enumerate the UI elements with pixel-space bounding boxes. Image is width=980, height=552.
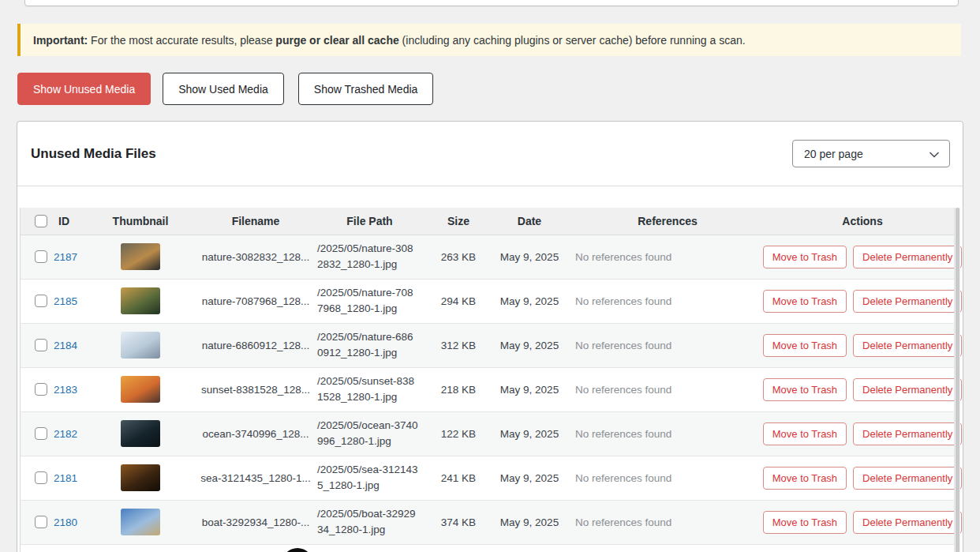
select-all-checkbox[interactable] [35,215,47,227]
size-cell: 312 KB [422,323,495,367]
date-cell: May 9, 2025 [495,411,564,456]
move-to-trash-button[interactable]: Move to Trash [763,511,847,534]
table-row: 2182 ocean-3740996_128... /2025/05/ocean… [21,411,954,456]
filename-cell: nature-3082832_128... [194,235,317,279]
delete-permanently-button[interactable]: Delete Permanently [853,511,962,534]
filepath-cell: /2025/05/ocean-3740996_1280-1.jpg [317,411,422,456]
row-actions: Move to Trash Delete Permanently [771,246,954,268]
references-cell: No references found [564,323,771,367]
delete-permanently-button[interactable]: Delete Permanently [853,467,962,490]
size-cell: 122 KB [422,411,495,456]
media-id-link[interactable]: 2187 [54,251,77,263]
column-header-id: ID [52,208,87,235]
column-header-actions: Actions [771,208,954,235]
move-to-trash-button[interactable]: Move to Trash [763,334,847,357]
references-cell: No references found [564,235,771,279]
filepath-cell: /2025/05/boat-3292934_1280-1.jpg [317,500,422,544]
show-trashed-media-button[interactable]: Show Trashed Media [298,73,434,105]
date-cell: May 9, 2025 [495,235,564,279]
sunset-pier-thumbnail [121,376,160,403]
cache-warning-notice: Important: For the most accurate results… [17,24,961,56]
ocean-dark-storm-thumbnail [121,420,160,447]
size-cell: 218 KB [422,367,495,411]
media-id-link[interactable]: 2182 [54,428,77,440]
media-id-link[interactable]: 2181 [54,472,77,484]
filepath-cell: /2025/05/nature-6860912_1280-1.jpg [317,323,422,367]
size-cell: 241 KB [422,456,495,500]
delete-permanently-button[interactable]: Delete Permanently [853,290,962,313]
references-cell: No references found [564,279,771,323]
media-id-link[interactable]: 2184 [54,340,77,351]
previous-panel-bottom-edge [24,0,959,6]
table-row: 2181 sea-3121435_1280-1... /2025/05/sea-… [21,456,954,500]
row-checkbox[interactable] [35,295,47,307]
row-actions: Move to Trash Delete Permanently [771,378,954,401]
row-checkbox[interactable] [35,250,47,263]
table-row: 2187 nature-3082832_128... /2025/05/natu… [21,235,954,279]
per-page-selected-value: 20 per page [804,148,863,160]
size-cell: 294 KB [422,279,495,323]
row-actions: Move to Trash Delete Permanently [771,422,954,445]
chevron-down-icon [929,149,940,163]
media-filter-buttons: Show Unused Media Show Used Media Show T… [17,73,433,105]
filepath-cell: /2025/05/sea-3121435_1280-1.jpg [317,456,422,500]
column-header-thumbnail: Thumbnail [87,208,194,235]
show-used-media-button[interactable]: Show Used Media [163,73,284,105]
table-row: 2185 nature-7087968_128... /2025/05/natu… [21,279,954,323]
unused-media-panel: Unused Media Files 20 per page ID [17,121,963,552]
move-to-trash-button[interactable]: Move to Trash [763,290,847,313]
unused-media-table: ID Thumbnail Filename File Path Size Dat… [21,208,954,544]
sea-ship-lighthouse-night-thumbnail [121,464,160,491]
delete-permanently-button[interactable]: Delete Permanently [853,334,962,357]
show-unused-media-button[interactable]: Show Unused Media [17,73,151,105]
filename-cell: nature-7087968_128... [194,279,317,323]
table-vertical-scrollbar[interactable] [954,208,960,552]
references-cell: No references found [564,456,771,500]
filepath-cell: /2025/05/nature-3082832_1280-1.jpg [317,235,422,279]
references-cell: No references found [564,367,771,411]
page-title: Unused Media Files [31,146,156,162]
size-cell: 374 KB [422,500,495,544]
date-cell: May 9, 2025 [495,456,564,500]
move-to-trash-button[interactable]: Move to Trash [763,378,847,401]
date-cell: May 9, 2025 [495,500,564,544]
row-checkbox[interactable] [35,516,47,528]
row-checkbox[interactable] [35,383,47,396]
nature-mountain-reflection-thumbnail [121,243,160,270]
filename-cell: sea-3121435_1280-1... [194,456,317,500]
filename-cell: sunset-8381528_128... [194,367,317,411]
column-header-references: References [564,208,771,235]
row-actions: Move to Trash Delete Permanently [771,511,954,534]
delete-permanently-button[interactable]: Delete Permanently [853,246,962,268]
row-checkbox[interactable] [35,339,47,351]
per-page-select[interactable]: 20 per page [792,140,950,167]
row-actions: Move to Trash Delete Permanently [771,334,954,357]
filename-cell: boat-3292934_1280-... [194,500,317,544]
table-row: 2180 boat-3292934_1280-... /2025/05/boat… [21,500,954,544]
row-actions: Move to Trash Delete Permanently [771,467,954,490]
references-cell: No references found [564,411,771,456]
row-checkbox[interactable] [35,471,47,484]
boat-shipwreck-beach-thumbnail [121,509,160,535]
size-cell: 263 KB [422,235,495,279]
nature-green-valley-sunset-thumbnail [121,287,160,314]
delete-permanently-button[interactable]: Delete Permanently [853,378,962,401]
row-actions: Move to Trash Delete Permanently [771,290,954,313]
column-header-filepath: File Path [317,208,422,235]
move-to-trash-button[interactable]: Move to Trash [763,246,847,268]
media-id-link[interactable]: 2183 [54,384,77,396]
filename-cell: ocean-3740996_128... [194,411,317,456]
scrollbar-thumb[interactable] [956,208,959,552]
move-to-trash-button[interactable]: Move to Trash [763,467,847,490]
dark-round-thumbnail-partial [282,548,313,552]
column-header-date: Date [495,208,564,235]
move-to-trash-button[interactable]: Move to Trash [763,422,847,445]
table-row: 2183 sunset-8381528_128... /2025/05/suns… [21,367,954,411]
column-header-filename: Filename [194,208,317,235]
media-id-link[interactable]: 2180 [54,516,77,528]
media-id-link[interactable]: 2185 [54,295,77,307]
row-checkbox[interactable] [35,427,47,440]
date-cell: May 9, 2025 [495,279,564,323]
date-cell: May 9, 2025 [495,367,564,411]
delete-permanently-button[interactable]: Delete Permanently [853,422,962,445]
